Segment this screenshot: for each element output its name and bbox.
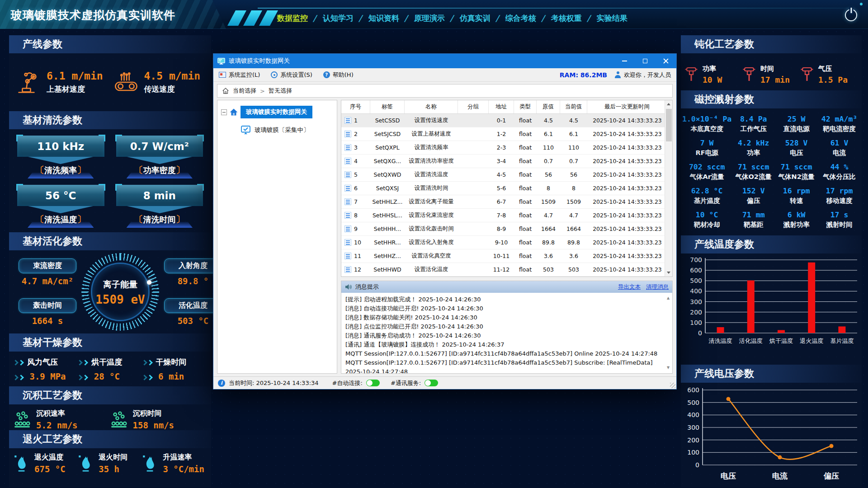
table-row[interactable]: 10SetHHR...设置活化入射角度9-10float89.889.82025… (341, 236, 665, 249)
comm-service-toggle[interactable] (425, 380, 438, 386)
table-cell: 4.7 (537, 212, 560, 219)
row-seq-cell: 1 (341, 117, 370, 124)
table-cell: 7-8 (489, 212, 514, 219)
table-row[interactable]: 11SetHHZ...设置活化真空度10-11float3.63.62025-1… (341, 249, 665, 263)
nav-item-3[interactable]: 知识资料 (363, 13, 405, 23)
param-value: 17 rpm (818, 187, 860, 195)
table-cell: 10-11 (489, 253, 514, 259)
auto-connect-toggle[interactable] (366, 380, 380, 386)
param-label: 气体N2流量 (775, 173, 817, 181)
badge-arrow-icon (127, 157, 192, 164)
sputter-param-8: 61 V电流 (818, 136, 861, 160)
table-cell: 设置活化温度 (405, 266, 458, 273)
table-cell: SetQXWD (370, 171, 405, 178)
param-heating-rate: 升温速率 3 °C/min (142, 453, 206, 474)
row-seq-cell: 8 (341, 212, 370, 219)
table-row[interactable]: 4SetQXG...设置清洗功率密度3-4float0.70.72025-10-… (341, 155, 665, 168)
param-label: 靶基距 (732, 221, 774, 229)
export-text-link[interactable]: 导出文本 (618, 283, 641, 291)
svg-text:300: 300 (687, 424, 699, 431)
table-row[interactable]: 6SetQXSJ设置清洗时间5-6float882025-10-24 14:33… (341, 182, 665, 195)
column-header: 当前值 (560, 100, 587, 113)
param-label: 溅射功率 (775, 221, 817, 229)
drill-icon (742, 66, 756, 84)
table-row[interactable]: 5SetQXWD设置清洗温度4-5float56562025-10-24 14:… (341, 168, 665, 182)
close-button[interactable] (656, 54, 676, 68)
svg-text:活化温度: 活化温度 (739, 338, 763, 344)
tree-child-node[interactable]: 玻璃镀膜〔采集中〕 (241, 126, 337, 135)
deposition-row: 沉积速率 5.2 nm/s 沉积时间 158 nm/s (9, 404, 211, 430)
row-seq-number: 2 (354, 131, 358, 137)
menu-system-monitor[interactable]: 系统监控(L) (219, 71, 260, 79)
table-cell: float (514, 266, 537, 273)
table-cell: 2025-10-24 14:33:33.23 (587, 253, 667, 259)
row-seq-cell: 11 (341, 253, 370, 259)
table-cell: SetQXPL (370, 144, 405, 151)
nav-item-2[interactable]: 认知学习 (317, 13, 359, 23)
svg-text:700: 700 (690, 256, 702, 263)
nav-item-1[interactable]: 数据监控 (271, 13, 314, 23)
data-gateway-window: 玻璃镀膜实时数据网关 系统监控(L) 系统设置(S) ? 帮助(H) RAM: … (213, 53, 677, 389)
param-value: 4.2 kHz (732, 139, 774, 147)
param-value: 6 kW (775, 211, 817, 219)
row-seq-number: 8 (354, 212, 358, 219)
table-cell: 设置上基材速度 (405, 130, 458, 138)
nav-item-6[interactable]: 综合考核 (500, 13, 542, 23)
section-header-sputtering: 磁控溅射参数 (681, 90, 862, 108)
window-titlebar[interactable]: 玻璃镀膜实时数据网关 (213, 54, 676, 68)
table-row[interactable]: 12SetHHWD设置活化温度11-12float5035032025-10-2… (341, 263, 665, 277)
scroll-down-icon[interactable]: ▼ (667, 363, 670, 372)
nav-item-5[interactable]: 仿真实训 (454, 13, 496, 23)
table-cell: float (514, 171, 537, 178)
scrollbar-thumb[interactable] (666, 109, 672, 141)
row-seq-cell: 6 (341, 185, 370, 192)
tree-expander-icon[interactable] (221, 109, 227, 115)
section-header-production: 产线参数 (9, 35, 211, 53)
row-seq-number: 7 (354, 198, 358, 205)
table-cell: 2025-10-24 14:33:33.23 (587, 239, 667, 246)
tree-root-node[interactable]: 玻璃镀膜实时数据网关 (221, 106, 335, 118)
badge-arrow-icon (28, 157, 93, 164)
param-value: 71 mm (732, 211, 774, 219)
table-cell: 0-1 (489, 117, 514, 124)
sputter-param-2: 8.4 Pa工作气压 (732, 112, 775, 136)
table-row[interactable]: 1SetCSSD设置传送速度0-1float4.54.52025-10-24 1… (341, 114, 665, 127)
row-seq-number: 3 (354, 144, 358, 151)
table-row[interactable]: 7SetHHLZ...设置活化离子能量6-7float150915092025-… (341, 195, 665, 209)
passivation-row: 功率 10 W 时间 17 min (681, 53, 862, 90)
badge-clean-frequency: 110 kHz 〔清洗频率〕 (17, 136, 104, 180)
log-line: MQTT Session[IP:127.0.0.1:52677] [ID:a97… (345, 349, 663, 358)
table-cell: SetQXG... (370, 158, 405, 164)
nav-item-8[interactable]: 实验结果 (591, 13, 633, 23)
menu-system-settings[interactable]: 系统设置(S) (271, 71, 312, 79)
topbar: 玻璃镀膜技术虚拟仿真实训软件 数据监控/认知学习/知识资料/原理演示/仿真实训/… (0, 0, 868, 29)
nav-item-7[interactable]: 考核权重 (545, 13, 588, 23)
table-row[interactable]: 2SetSJCSD设置上基材速度1-2float6.16.12025-10-24… (341, 127, 665, 141)
column-header: 分组 (458, 100, 489, 113)
section-header-passivation: 钝化工艺参数 (681, 35, 862, 53)
table-scrollbar[interactable] (665, 100, 672, 277)
table-row[interactable]: 9SetHHH...设置活化轰击时间8-9float166416642025-1… (341, 222, 665, 236)
nav-item-4[interactable]: 原理演示 (408, 13, 451, 23)
table-cell: 4.5 (560, 117, 587, 124)
clear-messages-link[interactable]: 清理消息 (646, 283, 669, 291)
column-header: 名称 (405, 100, 458, 113)
log-line: [消息] 通讯服务启动成功！ 2025-10-24 14:26:30 (345, 331, 663, 340)
menu-help[interactable]: ? 帮助(H) (323, 71, 354, 79)
minimize-button[interactable] (614, 54, 635, 68)
scroll-up-icon[interactable]: ▲ (667, 294, 670, 303)
maximize-button[interactable] (635, 54, 656, 68)
table-cell: float (514, 239, 537, 246)
table-row[interactable]: 3SetQXPL设置清洗频率2-3float1101102025-10-24 1… (341, 141, 665, 155)
message-log[interactable]: [提示] 启动进程加载完成！ 2025-10-24 14:26:30[消息] 自… (341, 293, 672, 373)
row-seq-number: 11 (354, 253, 361, 259)
badge-value: 0.7 W/cm² (116, 136, 203, 157)
param-label: 靶电流密度 (818, 125, 860, 133)
power-icon[interactable] (845, 9, 857, 21)
tag-row-icon (344, 158, 351, 164)
table-row[interactable]: 8SetHHSL...设置活化束流密度7-8float4.74.72025-10… (341, 209, 665, 222)
scroll-down-icon[interactable] (665, 269, 672, 277)
scroll-up-icon[interactable] (665, 100, 672, 108)
table-cell: 设置活化束流密度 (405, 211, 458, 219)
drill-icon (684, 66, 698, 84)
